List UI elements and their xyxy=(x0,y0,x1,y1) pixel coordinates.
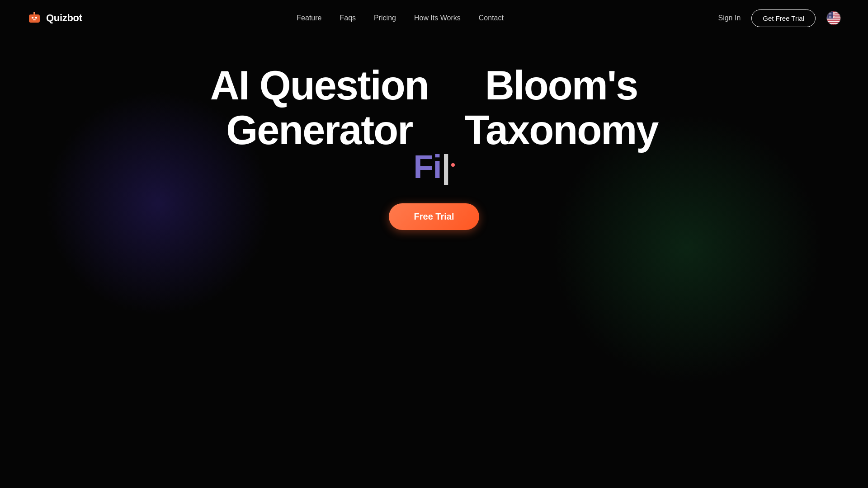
char-cursor: | xyxy=(441,149,450,185)
nav-feature[interactable]: Feature xyxy=(297,14,321,22)
logo-icon xyxy=(27,11,42,25)
nav-pricing[interactable]: Pricing xyxy=(374,14,396,22)
us-flag-icon: ★★★★★★ ★★★★★ ★★★★★★ ★★★★★ xyxy=(826,11,841,25)
free-trial-button[interactable]: Free Trial xyxy=(389,203,480,230)
logo[interactable]: Quizbot xyxy=(27,11,82,25)
nav-links: Feature Faqs Pricing How Its Works Conta… xyxy=(297,14,504,22)
svg-point-5 xyxy=(33,12,35,14)
language-selector[interactable]: ★★★★★★ ★★★★★ ★★★★★★ ★★★★★ xyxy=(826,11,841,25)
hero-title-right: Bloom's Taxonomy xyxy=(465,63,658,153)
nav-how-it-works[interactable]: How Its Works xyxy=(414,14,461,22)
svg-rect-11 xyxy=(827,19,840,19)
get-free-trial-button[interactable]: Get Free Trial xyxy=(751,9,816,27)
nav-faqs[interactable]: Faqs xyxy=(340,14,356,22)
hero-section: AI Question Generator Bloom's Taxonomy F… xyxy=(0,36,868,230)
svg-rect-0 xyxy=(29,14,40,23)
nav-contact[interactable]: Contact xyxy=(479,14,504,22)
cursor-dot xyxy=(451,163,455,167)
svg-rect-13 xyxy=(827,23,840,23)
hero-animated-text: Fi| xyxy=(413,148,454,185)
svg-rect-1 xyxy=(32,17,33,19)
animated-word: Fi| xyxy=(413,148,454,185)
svg-rect-12 xyxy=(827,21,840,22)
navbar: Quizbot Feature Faqs Pricing How Its Wor… xyxy=(0,0,868,36)
svg-rect-2 xyxy=(35,17,37,19)
nav-right: Sign In Get Free Trial ★★★★★★ xyxy=(718,9,841,27)
char-f: Fi xyxy=(413,149,441,185)
logo-text: Quizbot xyxy=(46,12,82,24)
hero-title-left: AI Question Generator xyxy=(210,63,429,153)
sign-in-button[interactable]: Sign In xyxy=(718,14,741,22)
hero-titles: AI Question Generator Bloom's Taxonomy xyxy=(210,63,658,153)
svg-text:★★★★★: ★★★★★ xyxy=(827,17,834,19)
svg-rect-3 xyxy=(33,19,36,20)
